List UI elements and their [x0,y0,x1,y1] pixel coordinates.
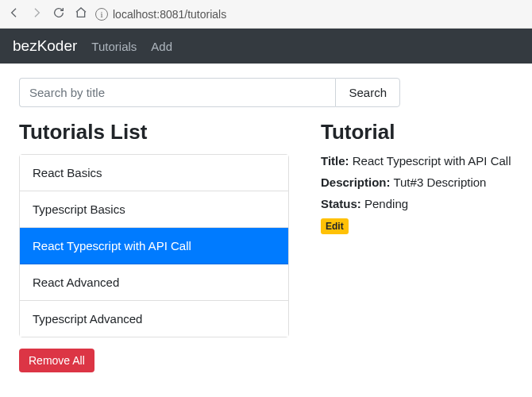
url-bar[interactable]: i localhost:8081/tutorials [95,8,226,21]
list-item[interactable]: React Advanced [20,264,288,301]
tutorials-list: React Basics Typescript Basics React Typ… [19,154,289,337]
navbar: bezKoder Tutorials Add [0,29,532,64]
url-text: localhost:8081/tutorials [113,8,226,21]
nav-link-add[interactable]: Add [151,40,172,53]
edit-button[interactable]: Edit [321,218,349,234]
site-info-icon[interactable]: i [95,8,108,21]
browser-nav-icons [8,6,87,22]
remove-all-button[interactable]: Remove All [19,349,94,372]
list-item[interactable]: React Basics [20,155,288,191]
brand-link[interactable]: bezKoder [13,37,77,55]
back-icon[interactable] [8,6,21,22]
reload-icon[interactable] [52,6,65,22]
search-input[interactable] [19,78,335,107]
detail-title: Title: React Typescript with API Call [321,154,513,168]
list-item[interactable]: Typescript Advanced [20,301,288,337]
detail-description: Description: Tut#3 Description [321,175,513,189]
forward-icon[interactable] [30,6,43,22]
list-item[interactable]: React Typescript with API Call [20,228,288,264]
detail-status: Status: Pending [321,197,513,210]
nav-link-tutorials[interactable]: Tutorials [91,40,137,53]
home-icon[interactable] [75,6,87,22]
detail-heading: Tutorial [321,120,513,145]
search-form: Search [19,78,400,107]
list-item[interactable]: Typescript Basics [20,191,288,228]
list-heading: Tutorials List [19,120,289,145]
search-button[interactable]: Search [335,78,400,107]
browser-bar: i localhost:8081/tutorials [0,0,532,29]
